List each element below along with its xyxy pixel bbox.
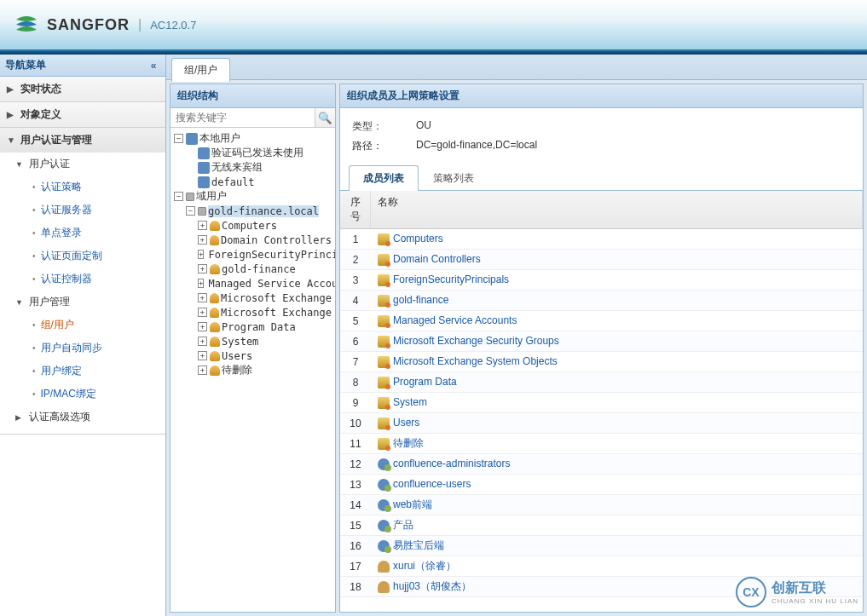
row-name-link[interactable]: Microsoft Exchange System Objects xyxy=(393,355,558,367)
table-row[interactable]: 16易胜宝后端 xyxy=(340,536,863,556)
tree-node[interactable]: +Program Data xyxy=(174,320,332,334)
ou-icon xyxy=(378,233,390,245)
tree-node-local-root[interactable]: −本地用户 xyxy=(174,131,332,146)
row-name-link[interactable]: 易胜宝后端 xyxy=(393,539,444,551)
expand-icon[interactable]: + xyxy=(198,293,207,302)
row-name-link[interactable]: gold-finance xyxy=(393,294,448,306)
org-search-input[interactable] xyxy=(171,108,315,127)
nav-group-auth[interactable]: 用户认证与管理 用户认证 认证策略 认证服务器 单点登录 认证页面定制 认证控制… xyxy=(0,128,165,435)
tree-node[interactable]: 无线来宾组 xyxy=(174,160,332,175)
col-index[interactable]: 序号 xyxy=(340,191,371,228)
table-row[interactable]: 9System xyxy=(340,393,863,413)
nav-item-auth-advanced[interactable]: 认证高级选项 xyxy=(15,406,165,429)
tree-node[interactable]: +Users xyxy=(174,348,332,363)
row-name-link[interactable]: xurui（徐睿） xyxy=(393,560,456,572)
tree-node[interactable]: +Managed Service Accounts xyxy=(174,276,332,291)
tab-policy-list[interactable]: 策略列表 xyxy=(419,165,488,191)
collapse-icon[interactable]: − xyxy=(174,134,183,143)
row-name-link[interactable]: confluence-administrators xyxy=(393,458,510,469)
nav-item-sso[interactable]: 单点登录 xyxy=(32,222,165,245)
tree-node[interactable]: +Computers xyxy=(174,218,332,233)
expand-icon[interactable]: + xyxy=(198,279,204,288)
nav-item-user-bind[interactable]: 用户绑定 xyxy=(32,360,165,383)
app-header: SANGFOR | AC12.0.7 xyxy=(0,0,867,51)
tree-node[interactable]: +gold-finance xyxy=(174,262,332,276)
table-row[interactable]: 13confluence-users xyxy=(340,475,863,495)
nav-group-realtime[interactable]: 实时状态 xyxy=(0,77,165,102)
expand-icon[interactable]: + xyxy=(198,366,207,375)
table-row[interactable]: 3ForeignSecurityPrincipals xyxy=(340,270,863,291)
expand-icon[interactable]: + xyxy=(198,308,207,317)
row-name-link[interactable]: hujj03（胡俊杰） xyxy=(393,580,471,592)
row-name-cell: gold-finance xyxy=(371,291,863,309)
tree-node[interactable]: 验证码已发送未使用 xyxy=(174,146,332,160)
row-name-link[interactable]: Microsoft Exchange Security Groups xyxy=(393,335,559,347)
nav-item-group-user[interactable]: 组/用户 xyxy=(32,314,165,337)
nav-item-ipmac-bind[interactable]: IP/MAC绑定 xyxy=(32,383,165,406)
table-row[interactable]: 14web前端 xyxy=(340,495,863,515)
collapse-icon[interactable]: − xyxy=(186,206,195,216)
table-row[interactable]: 12confluence-administrators xyxy=(340,454,863,475)
row-name-link[interactable]: 产品 xyxy=(393,519,413,531)
tree-node[interactable]: +待删除 xyxy=(174,363,332,377)
row-name-link[interactable]: Managed Service Accounts xyxy=(393,314,517,326)
row-name-link[interactable]: Program Data xyxy=(393,376,457,388)
tree-node[interactable]: +ForeignSecurityPrincipals xyxy=(174,247,332,262)
table-row[interactable]: 4gold-finance xyxy=(340,291,863,311)
row-name-link[interactable]: Computers xyxy=(393,233,443,245)
row-name-link[interactable]: 待删除 xyxy=(393,437,424,449)
expand-icon[interactable]: + xyxy=(198,351,207,360)
row-name-link[interactable]: ForeignSecurityPrincipals xyxy=(393,273,509,285)
member-grid: 序号 名称 1Computers2Domain Controllers3Fore… xyxy=(340,191,863,612)
expand-icon[interactable]: + xyxy=(198,322,207,331)
org-search-button[interactable]: 🔍 xyxy=(315,108,335,127)
tree-node[interactable]: default xyxy=(174,175,332,189)
table-row[interactable]: 17xurui（徐睿） xyxy=(340,556,863,577)
table-row[interactable]: 11待删除 xyxy=(340,434,863,454)
expand-icon[interactable]: + xyxy=(198,264,207,273)
table-row[interactable]: 2Domain Controllers xyxy=(340,250,863,270)
table-row[interactable]: 7Microsoft Exchange System Objects xyxy=(340,352,863,372)
row-name-link[interactable]: web前端 xyxy=(393,498,432,510)
expand-icon[interactable]: + xyxy=(198,337,207,346)
row-index: 10 xyxy=(340,415,371,432)
expand-icon[interactable]: + xyxy=(198,235,207,245)
row-name-link[interactable]: Users xyxy=(393,417,419,429)
tree-node[interactable]: +Microsoft Exchange xyxy=(174,291,332,305)
table-row[interactable]: 5Managed Service Accounts xyxy=(340,311,863,331)
table-row[interactable]: 18hujj03（胡俊杰） xyxy=(340,577,863,597)
nav-collapse-button[interactable]: « xyxy=(147,59,160,72)
row-name-link[interactable]: Domain Controllers xyxy=(393,253,481,265)
ou-icon xyxy=(378,397,390,409)
nav-item-auth-server[interactable]: 认证服务器 xyxy=(32,199,165,222)
expand-icon[interactable]: + xyxy=(198,250,204,259)
nav-item-auth-controller[interactable]: 认证控制器 xyxy=(32,268,165,291)
nav-section-usermgmt: 用户管理 组/用户 用户自动同步 用户绑定 IP/MAC绑定 xyxy=(0,291,165,406)
table-row[interactable]: 1Computers xyxy=(340,229,863,250)
table-row[interactable]: 10Users xyxy=(340,413,863,434)
row-name-link[interactable]: System xyxy=(393,396,427,408)
nav-section-advanced: 认证高级选项 xyxy=(0,406,165,434)
tree-node-domain[interactable]: −gold-finance.local xyxy=(174,204,332,218)
tree-node[interactable]: +Domain Controllers xyxy=(174,233,332,247)
col-name[interactable]: 名称 xyxy=(371,191,863,228)
row-name-link[interactable]: confluence-users xyxy=(393,478,471,490)
table-row[interactable]: 6Microsoft Exchange Security Groups xyxy=(340,331,863,352)
table-row[interactable]: 15产品 xyxy=(340,515,863,536)
nav-title-bar: 导航菜单 « xyxy=(0,55,165,77)
tree-node-domain-root[interactable]: −域用户 xyxy=(174,189,332,204)
collapse-icon[interactable]: − xyxy=(174,192,183,201)
table-row[interactable]: 8Program Data xyxy=(340,372,863,393)
nav-section-usermgmt-header[interactable]: 用户管理 xyxy=(15,291,165,314)
ou-icon xyxy=(210,337,220,347)
tab-group-user[interactable]: 组/用户 xyxy=(171,58,230,82)
tab-member-list[interactable]: 成员列表 xyxy=(349,165,419,191)
tree-node[interactable]: +System xyxy=(174,334,332,348)
nav-group-object[interactable]: 对象定义 xyxy=(0,102,165,128)
nav-section-auth-header[interactable]: 用户认证 xyxy=(15,153,165,176)
nav-item-auth-policy[interactable]: 认证策略 xyxy=(32,176,165,199)
tree-node[interactable]: +Microsoft Exchange xyxy=(174,305,332,320)
nav-item-auth-page[interactable]: 认证页面定制 xyxy=(32,245,165,268)
expand-icon[interactable]: + xyxy=(198,221,207,230)
nav-item-user-sync[interactable]: 用户自动同步 xyxy=(32,337,165,360)
